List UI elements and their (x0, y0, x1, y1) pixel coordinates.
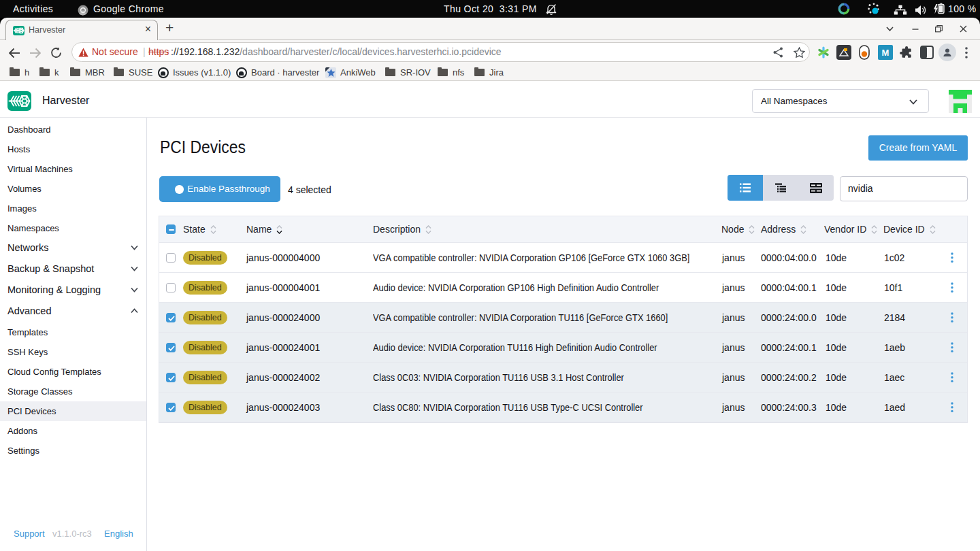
svg-text:M: M (882, 48, 889, 58)
